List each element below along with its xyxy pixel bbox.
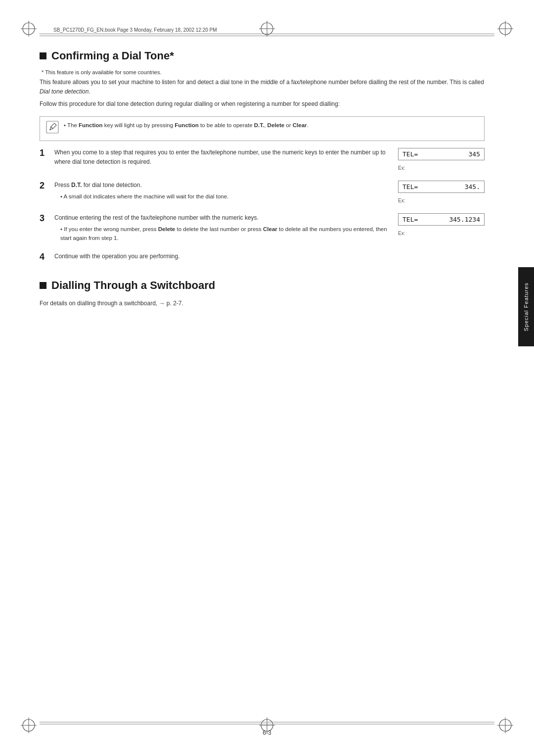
reg-mark-tr [497,21,513,39]
svg-rect-18 [46,121,58,133]
step-3-sub: If you enter the wrong number, press Del… [60,225,388,243]
section2-title: Dialling Through a Switchboard [51,279,215,292]
footer-top-rule [40,722,494,722]
reg-mark-bl [21,717,37,735]
reg-mark-br [497,717,513,735]
header-top-rule [40,34,494,34]
step-4-number: 4 [40,252,54,262]
section2-desc: For details on dialling through a switch… [40,299,485,308]
step-2-main: Press D.T. for dial tone detection. [54,181,388,190]
step-2-lcd-box: TEL= 345. [398,181,485,193]
step-1-main: When you come to a step that requires yo… [54,148,388,167]
step-2-sub: A small dot indicates where the machine … [60,192,388,201]
step-4-main: Continue with the operation you are perf… [54,252,485,261]
step-4: 4 Continue with the operation you are pe… [40,252,485,263]
section1-heading: Confirming a Dial Tone* [40,49,485,62]
step-3-number: 3 [40,213,54,224]
feature-desc2: Follow this procedure for dial tone dete… [40,99,485,109]
step-4-text-col: Continue with the operation you are perf… [54,252,485,263]
main-content: Confirming a Dial Tone* * This feature i… [40,35,485,716]
note-box: • The Function key will light up by pres… [40,116,485,141]
step-1-lcd-col: TEL= 345 Ex: [398,148,485,172]
section2-heading: Dialling Through a Switchboard [40,279,485,292]
step-2: 2 Press D.T. for dial tone detection. A … [40,181,485,204]
section2: Dialling Through a Switchboard For detai… [40,279,485,308]
heading2-square-icon [40,282,46,289]
page-number: 6-3 [263,729,271,736]
step-3-lcd-left: TEL= [402,216,418,223]
step-3-lcd-col: TEL= 345.1234 Ex: [398,213,485,243]
step-1-lcd-left: TEL= [402,150,418,158]
step-3-lcd-label: Ex: [398,231,485,236]
step-3-row: Continue entering the rest of the fax/te… [54,213,485,243]
step-1-number: 1 [40,148,54,158]
note-text: • The Function key will light up by pres… [64,121,309,130]
step-1: 1 When you come to a step that requires … [40,148,485,172]
header-text: SB_PC1270D_FG_EN.book Page 3 Monday, Feb… [53,27,217,33]
step-2-text-col: Press D.T. for dial tone detection. A sm… [54,181,388,204]
step-1-lcd-box: TEL= 345 [398,148,485,160]
side-tab-label: Special Features [523,283,529,331]
step-2-lcd-col: TEL= 345. Ex: [398,181,485,204]
step-2-lcd-right: 345. [465,183,480,190]
step-2-lcd-label: Ex: [398,198,485,203]
step-2-number: 2 [40,181,54,191]
step-2-lcd-left: TEL= [402,183,418,190]
page: SB_PC1270D_FG_EN.book Page 3 Monday, Feb… [0,0,534,756]
steps-area: 1 When you come to a step that requires … [40,148,485,263]
step-1-lcd-right: 345 [469,150,480,158]
step-3: 3 Continue entering the rest of the fax/… [40,213,485,243]
step-3-text-col: Continue entering the rest of the fax/te… [54,213,388,243]
step-3-lcd-box: TEL= 345.1234 [398,213,485,226]
section1-title: Confirming a Dial Tone* [51,49,174,62]
side-tab: Special Features [518,267,534,346]
step-3-main: Continue entering the rest of the fax/te… [54,213,388,223]
footer-bottom-rule [40,724,494,724]
step-1-lcd-label: Ex: [398,165,485,171]
reg-mark-tl [21,21,37,39]
step-3-lcd-right: 345.1234 [449,216,480,223]
heading-square-icon [40,52,46,59]
asterisk-note: * This feature is only available for som… [42,69,485,75]
step-1-row: When you come to a step that requires yo… [54,148,485,172]
step-1-text-col: When you come to a step that requires yo… [54,148,388,169]
feature-desc1: This feature allows you to set your mach… [40,78,485,96]
note-pencil-icon [46,121,59,137]
step-2-row: Press D.T. for dial tone detection. A sm… [54,181,485,204]
